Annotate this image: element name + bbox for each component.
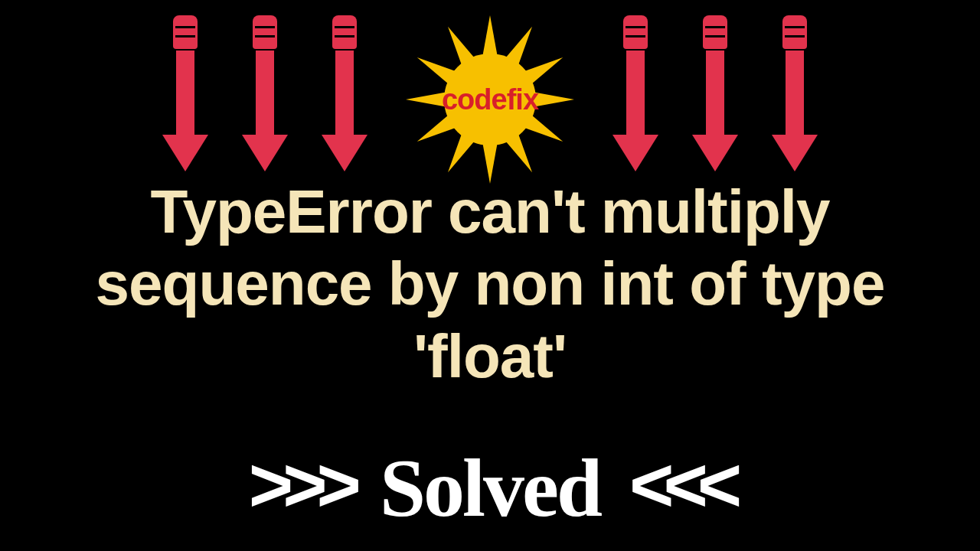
down-arrow-icon <box>697 15 733 176</box>
codefix-badge: codefix <box>406 23 574 176</box>
down-arrow-icon <box>776 15 813 176</box>
solved-right-arrows: <<< <box>629 442 731 527</box>
down-arrow-icon <box>247 15 283 176</box>
solved-banner: >>> Solved <<< <box>0 446 980 530</box>
down-arrow-icon <box>326 15 363 176</box>
arrow-group-left <box>167 15 363 176</box>
arrow-group-right <box>617 15 813 176</box>
error-message-title: TypeError can't multiply sequence by non… <box>0 176 980 393</box>
down-arrow-icon <box>617 15 654 176</box>
top-arrows-row: codefix <box>0 15 980 176</box>
down-arrow-icon <box>167 15 204 176</box>
badge-label: codefix <box>442 83 538 116</box>
solved-left-arrows: >>> <box>249 442 351 527</box>
solved-label: Solved <box>380 447 600 530</box>
